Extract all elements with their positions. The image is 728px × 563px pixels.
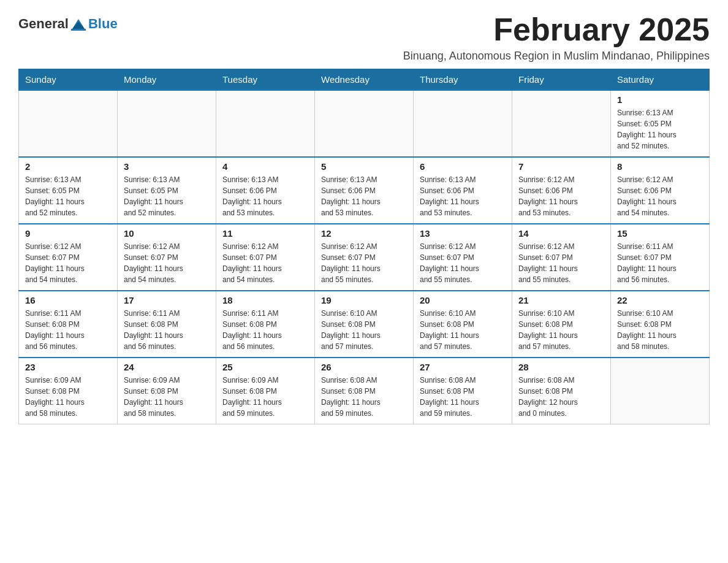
calendar-day: 4Sunrise: 6:13 AMSunset: 6:06 PMDaylight… xyxy=(216,157,315,224)
day-number: 8 xyxy=(617,161,703,172)
calendar-day: 2Sunrise: 6:13 AMSunset: 6:05 PMDaylight… xyxy=(19,157,118,224)
calendar-table: Sunday Monday Tuesday Wednesday Thursday… xyxy=(18,69,710,424)
day-info: Sunrise: 6:13 AMSunset: 6:06 PMDaylight:… xyxy=(420,174,506,218)
day-info: Sunrise: 6:11 AMSunset: 6:08 PMDaylight:… xyxy=(25,308,111,352)
calendar-day: 10Sunrise: 6:12 AMSunset: 6:07 PMDayligh… xyxy=(118,224,216,291)
calendar-day: 22Sunrise: 6:10 AMSunset: 6:08 PMDayligh… xyxy=(611,291,710,358)
svg-rect-2 xyxy=(71,29,86,31)
calendar-day: 8Sunrise: 6:12 AMSunset: 6:06 PMDaylight… xyxy=(611,157,710,224)
calendar-day xyxy=(315,90,414,157)
day-info: Sunrise: 6:11 AMSunset: 6:08 PMDaylight:… xyxy=(124,308,210,352)
calendar-day: 19Sunrise: 6:10 AMSunset: 6:08 PMDayligh… xyxy=(315,291,414,358)
day-number: 25 xyxy=(222,362,308,372)
day-info: Sunrise: 6:11 AMSunset: 6:07 PMDaylight:… xyxy=(617,241,703,285)
day-info: Sunrise: 6:13 AMSunset: 6:05 PMDaylight:… xyxy=(25,174,111,218)
day-number: 24 xyxy=(124,362,210,372)
day-number: 10 xyxy=(124,228,210,239)
day-info: Sunrise: 6:09 AMSunset: 6:08 PMDaylight:… xyxy=(222,375,308,419)
calendar-day xyxy=(512,90,611,157)
day-info: Sunrise: 6:13 AMSunset: 6:06 PMDaylight:… xyxy=(222,174,308,218)
day-info: Sunrise: 6:13 AMSunset: 6:05 PMDaylight:… xyxy=(617,107,703,151)
logo-general-text: General xyxy=(18,16,69,32)
day-number: 26 xyxy=(321,362,407,372)
logo: General Blue xyxy=(18,15,118,33)
calendar-day: 11Sunrise: 6:12 AMSunset: 6:07 PMDayligh… xyxy=(216,224,315,291)
day-info: Sunrise: 6:12 AMSunset: 6:06 PMDaylight:… xyxy=(518,174,604,218)
day-number: 17 xyxy=(124,295,210,305)
header-monday: Monday xyxy=(118,69,216,91)
header-wednesday: Wednesday xyxy=(315,69,414,91)
calendar-week-5: 23Sunrise: 6:09 AMSunset: 6:08 PMDayligh… xyxy=(19,358,710,424)
calendar-day: 12Sunrise: 6:12 AMSunset: 6:07 PMDayligh… xyxy=(315,224,414,291)
calendar-day: 21Sunrise: 6:10 AMSunset: 6:08 PMDayligh… xyxy=(512,291,611,358)
day-info: Sunrise: 6:11 AMSunset: 6:08 PMDaylight:… xyxy=(222,308,308,352)
title-area: February 2025 Binuang, Autonomous Region… xyxy=(403,12,710,63)
calendar-day xyxy=(19,90,118,157)
calendar-body: 1Sunrise: 6:13 AMSunset: 6:05 PMDaylight… xyxy=(19,90,710,424)
day-number: 14 xyxy=(518,228,604,239)
day-info: Sunrise: 6:09 AMSunset: 6:08 PMDaylight:… xyxy=(124,375,210,419)
header-thursday: Thursday xyxy=(414,69,512,91)
day-info: Sunrise: 6:08 AMSunset: 6:08 PMDaylight:… xyxy=(518,375,604,419)
page-subtitle: Binuang, Autonomous Region in Muslim Min… xyxy=(403,50,710,63)
calendar-day xyxy=(118,90,216,157)
calendar-week-4: 16Sunrise: 6:11 AMSunset: 6:08 PMDayligh… xyxy=(19,291,710,358)
day-info: Sunrise: 6:13 AMSunset: 6:05 PMDaylight:… xyxy=(124,174,210,218)
logo-icon xyxy=(70,15,87,33)
day-info: Sunrise: 6:12 AMSunset: 6:07 PMDaylight:… xyxy=(420,241,506,285)
logo-blue-text: Blue xyxy=(88,16,118,32)
header-friday: Friday xyxy=(512,69,611,91)
calendar-day: 23Sunrise: 6:09 AMSunset: 6:08 PMDayligh… xyxy=(19,358,118,424)
day-number: 28 xyxy=(518,362,604,372)
day-number: 12 xyxy=(321,228,407,239)
page-header: General Blue February 2025 Binuang, Auto… xyxy=(18,12,710,63)
day-number: 11 xyxy=(222,228,308,239)
calendar-week-3: 9Sunrise: 6:12 AMSunset: 6:07 PMDaylight… xyxy=(19,224,710,291)
header-saturday: Saturday xyxy=(611,69,710,91)
calendar-day: 5Sunrise: 6:13 AMSunset: 6:06 PMDaylight… xyxy=(315,157,414,224)
day-number: 15 xyxy=(617,228,703,239)
day-info: Sunrise: 6:08 AMSunset: 6:08 PMDaylight:… xyxy=(321,375,407,419)
calendar-day: 15Sunrise: 6:11 AMSunset: 6:07 PMDayligh… xyxy=(611,224,710,291)
calendar-header-row: Sunday Monday Tuesday Wednesday Thursday… xyxy=(19,69,710,91)
calendar-day: 20Sunrise: 6:10 AMSunset: 6:08 PMDayligh… xyxy=(414,291,512,358)
day-info: Sunrise: 6:13 AMSunset: 6:06 PMDaylight:… xyxy=(321,174,407,218)
calendar-day: 28Sunrise: 6:08 AMSunset: 6:08 PMDayligh… xyxy=(512,358,611,424)
calendar-day: 1Sunrise: 6:13 AMSunset: 6:05 PMDaylight… xyxy=(611,90,710,157)
day-number: 4 xyxy=(222,161,308,172)
day-number: 22 xyxy=(617,295,703,305)
day-info: Sunrise: 6:10 AMSunset: 6:08 PMDaylight:… xyxy=(420,308,506,352)
calendar-day: 16Sunrise: 6:11 AMSunset: 6:08 PMDayligh… xyxy=(19,291,118,358)
calendar-header: Sunday Monday Tuesday Wednesday Thursday… xyxy=(19,69,710,91)
day-number: 20 xyxy=(420,295,506,305)
day-info: Sunrise: 6:10 AMSunset: 6:08 PMDaylight:… xyxy=(518,308,604,352)
calendar-week-2: 2Sunrise: 6:13 AMSunset: 6:05 PMDaylight… xyxy=(19,157,710,224)
day-number: 9 xyxy=(25,228,111,239)
svg-marker-1 xyxy=(72,21,85,29)
day-number: 13 xyxy=(420,228,506,239)
calendar-day: 7Sunrise: 6:12 AMSunset: 6:06 PMDaylight… xyxy=(512,157,611,224)
day-number: 6 xyxy=(420,161,506,172)
day-number: 23 xyxy=(25,362,111,372)
day-number: 5 xyxy=(321,161,407,172)
calendar-day: 14Sunrise: 6:12 AMSunset: 6:07 PMDayligh… xyxy=(512,224,611,291)
day-info: Sunrise: 6:12 AMSunset: 6:07 PMDaylight:… xyxy=(124,241,210,285)
calendar-week-1: 1Sunrise: 6:13 AMSunset: 6:05 PMDaylight… xyxy=(19,90,710,157)
calendar-day xyxy=(414,90,512,157)
day-info: Sunrise: 6:10 AMSunset: 6:08 PMDaylight:… xyxy=(321,308,407,352)
day-info: Sunrise: 6:12 AMSunset: 6:07 PMDaylight:… xyxy=(222,241,308,285)
day-number: 3 xyxy=(124,161,210,172)
day-info: Sunrise: 6:08 AMSunset: 6:08 PMDaylight:… xyxy=(420,375,506,419)
header-tuesday: Tuesday xyxy=(216,69,315,91)
day-number: 21 xyxy=(518,295,604,305)
day-number: 7 xyxy=(518,161,604,172)
day-number: 2 xyxy=(25,161,111,172)
day-number: 27 xyxy=(420,362,506,372)
calendar-day: 9Sunrise: 6:12 AMSunset: 6:07 PMDaylight… xyxy=(19,224,118,291)
header-sunday: Sunday xyxy=(19,69,118,91)
calendar-day xyxy=(216,90,315,157)
calendar-day: 26Sunrise: 6:08 AMSunset: 6:08 PMDayligh… xyxy=(315,358,414,424)
calendar-day: 3Sunrise: 6:13 AMSunset: 6:05 PMDaylight… xyxy=(118,157,216,224)
calendar-day: 13Sunrise: 6:12 AMSunset: 6:07 PMDayligh… xyxy=(414,224,512,291)
calendar-day: 18Sunrise: 6:11 AMSunset: 6:08 PMDayligh… xyxy=(216,291,315,358)
